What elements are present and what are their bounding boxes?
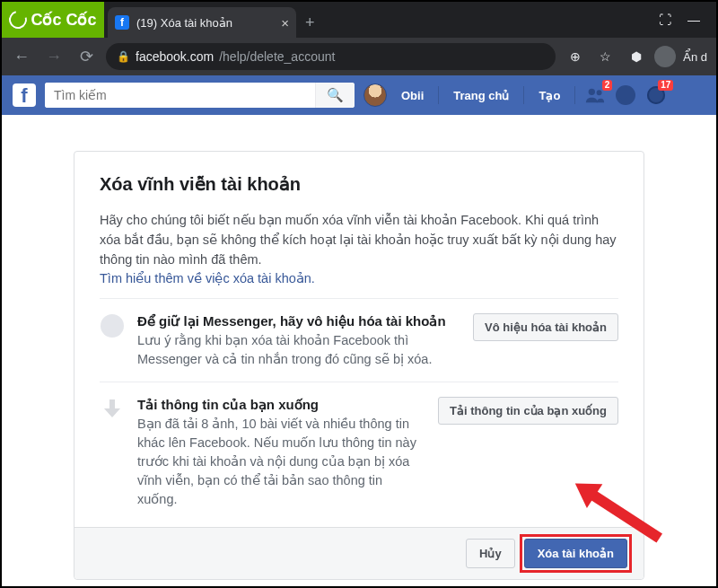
- home-link[interactable]: Trang chủ: [448, 89, 514, 102]
- divider: [523, 86, 524, 104]
- delete-account-card: Xóa vĩnh viễn tài khoản Hãy cho chúng tô…: [74, 151, 644, 580]
- browser-chrome: Cốc Cốc f (19) Xóa tài khoản × + ⛶ — ← →…: [2, 2, 716, 75]
- option-title: Tải thông tin của bạn xuống: [137, 397, 425, 413]
- friend-badge: 2: [602, 80, 613, 91]
- facebook-search: 🔍: [45, 83, 355, 108]
- option-sub: Bạn đã tải 8 ảnh, 10 bài viết và nhiều t…: [137, 415, 425, 509]
- user-avatar[interactable]: [363, 83, 387, 107]
- delete-account-button[interactable]: Xóa tài khoản: [524, 539, 627, 568]
- lock-icon: 🔒: [117, 50, 130, 63]
- address-bar-row: ← → ⟳ 🔒 facebook.com/help/delete_account…: [2, 38, 716, 75]
- download-arrow-icon: [100, 397, 125, 422]
- shield-icon[interactable]: ⬢: [624, 44, 649, 69]
- learn-more-link[interactable]: Tìm hiểu thêm về việc xóa tài khoản.: [100, 271, 618, 285]
- cancel-button[interactable]: Hủy: [466, 539, 515, 568]
- facebook-favicon-icon: f: [115, 15, 129, 30]
- url-domain: facebook.com: [136, 49, 214, 64]
- option-sub: Lưu ý rằng khi bạn xóa tài khoản Faceboo…: [137, 331, 433, 369]
- new-tab-button[interactable]: +: [305, 13, 315, 38]
- nav-back-icon[interactable]: ←: [9, 44, 34, 69]
- card-title: Xóa vĩnh viễn tài khoản: [100, 173, 618, 195]
- notifications-icon[interactable]: 17: [645, 84, 667, 106]
- url-path: /help/delete_account: [219, 49, 335, 64]
- facebook-logo-icon[interactable]: f: [13, 83, 36, 107]
- messenger-outline-icon: [100, 313, 125, 338]
- coccoc-brand-text: Cốc Cốc: [31, 10, 96, 30]
- confirm-highlight: Xóa tài khoản: [524, 539, 627, 568]
- friend-requests-icon[interactable]: 2: [584, 84, 606, 106]
- toolbar-right-icons: ⊕ ☆ ⬢ Ẩn d: [563, 44, 709, 69]
- download-info-button[interactable]: Tải thông tin của bạn xuống: [438, 397, 618, 425]
- address-bar[interactable]: 🔒 facebook.com/help/delete_account: [106, 43, 556, 70]
- incognito-avatar-icon[interactable]: [654, 46, 676, 67]
- user-name-link[interactable]: Obii: [396, 89, 429, 102]
- card-description: Hãy cho chúng tôi biết nếu bạn muốn xóa …: [100, 211, 618, 269]
- svg-point-1: [597, 90, 602, 95]
- coccoc-brand-logo[interactable]: Cốc Cốc: [2, 2, 104, 38]
- divider: [574, 86, 575, 104]
- deactivate-button[interactable]: Vô hiệu hóa tài khoản: [473, 313, 618, 341]
- create-link[interactable]: Tạo: [533, 89, 565, 102]
- window-minimize-icon[interactable]: —: [687, 13, 700, 27]
- zoom-icon[interactable]: ⊕: [563, 44, 588, 69]
- card-footer: Hủy Xóa tài khoản: [74, 527, 644, 579]
- search-input[interactable]: [45, 83, 315, 108]
- option-deactivate: Để giữ lại Messenger, hãy vô hiệu hóa tà…: [100, 298, 618, 369]
- messenger-icon[interactable]: [615, 84, 636, 106]
- browser-tab-active[interactable]: f (19) Xóa tài khoản ×: [108, 7, 296, 38]
- nav-forward-icon: →: [41, 44, 66, 69]
- hide-label[interactable]: Ẩn d: [683, 50, 707, 64]
- notif-badge: 17: [658, 80, 673, 91]
- facebook-top-bar: f 🔍 Obii Trang chủ Tạo 2 17: [2, 75, 716, 115]
- tab-title: (19) Xóa tài khoản: [136, 16, 232, 30]
- close-tab-icon[interactable]: ×: [281, 15, 289, 31]
- page-content: Xóa vĩnh viễn tài khoản Hãy cho chúng tô…: [2, 115, 716, 580]
- window-controls: ⛶ —: [659, 2, 716, 38]
- option-download: Tải thông tin của bạn xuống Bạn đã tải 8…: [100, 382, 618, 509]
- svg-point-0: [589, 89, 595, 95]
- search-icon: 🔍: [327, 87, 344, 103]
- nav-reload-icon[interactable]: ⟳: [74, 44, 99, 69]
- star-icon[interactable]: ☆: [593, 44, 618, 69]
- divider: [438, 86, 439, 104]
- option-title: Để giữ lại Messenger, hãy vô hiệu hóa tà…: [137, 313, 460, 329]
- window-incognito-icon: ⛶: [659, 13, 671, 27]
- search-button[interactable]: 🔍: [315, 83, 355, 108]
- tab-strip: Cốc Cốc f (19) Xóa tài khoản × + ⛶ —: [2, 2, 716, 38]
- coccoc-swirl-icon: [6, 7, 31, 31]
